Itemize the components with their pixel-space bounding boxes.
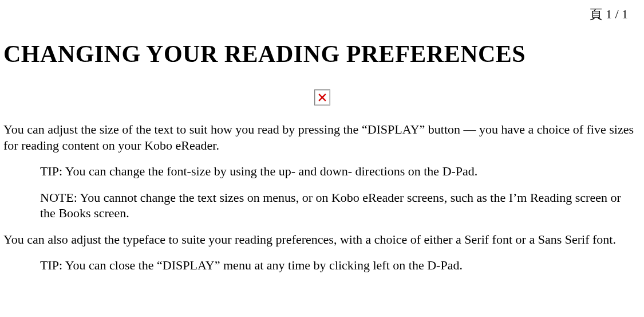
broken-image-icon [314,89,330,105]
page-title: CHANGING YOUR READING PREFERENCES [3,0,641,84]
paragraph-note: NOTE: You cannot change the text sizes o… [3,190,641,221]
paragraph-tip-2: TIP: You can close the “DISPLAY” menu at… [3,257,641,273]
paragraph-tip-1: TIP: You can change the font-size by usi… [3,163,641,179]
page-number: 頁 1 / 1 [590,6,628,23]
paragraph-typeface: You can also adjust the typeface to suit… [3,232,641,248]
document-page: 頁 1 / 1 CHANGING YOUR READING PREFERENCE… [0,0,644,317]
figure-container [3,89,641,108]
paragraph-intro: You can adjust the size of the text to s… [3,122,641,153]
